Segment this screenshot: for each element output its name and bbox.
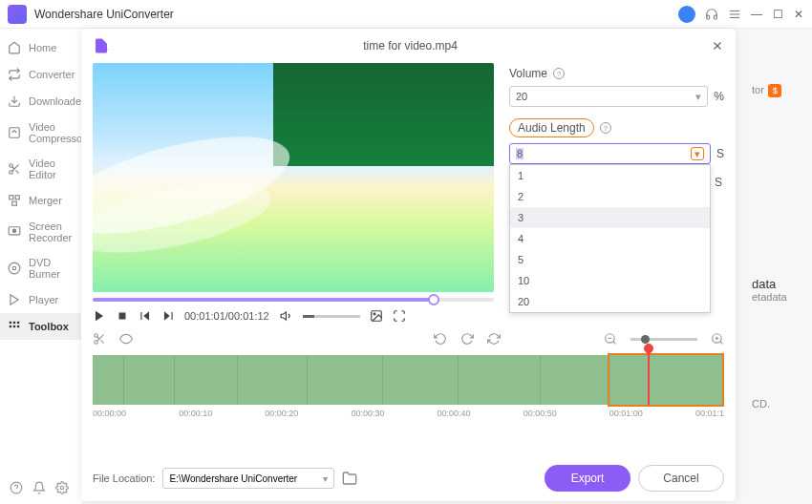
dropdown-option[interactable]: 10: [510, 270, 710, 291]
minimize-button[interactable]: —: [751, 9, 762, 20]
play-button[interactable]: [93, 309, 106, 323]
unit-s: S: [715, 176, 722, 189]
undo-icon[interactable]: [434, 332, 447, 346]
time-ruler: 00:00:0000:00:1000:00:2000:00:3000:00:40…: [93, 409, 724, 418]
sidebar-item-home[interactable]: Home: [0, 34, 81, 61]
svg-rect-19: [13, 322, 15, 324]
sidebar-item-merger[interactable]: Merger: [0, 187, 81, 214]
export-button[interactable]: Export: [545, 465, 630, 492]
audio-length-dropdown: 1 2 3 4 5 10 20: [509, 164, 711, 313]
svg-point-40: [95, 341, 98, 345]
visibility-icon[interactable]: [119, 332, 133, 346]
svg-point-14: [12, 229, 16, 233]
sidebar-label: Video Compressor: [29, 121, 86, 144]
menu-icon[interactable]: [728, 8, 741, 21]
sidebar-item-screenrecorder[interactable]: Screen Recorder: [0, 214, 81, 250]
sidebar-label: Merger: [29, 195, 62, 206]
play-icon: [8, 293, 21, 306]
sidebar-item-dvdburner[interactable]: DVD Burner: [0, 250, 81, 286]
redo-icon[interactable]: [460, 332, 474, 346]
sidebar-item-converter[interactable]: Converter: [0, 61, 81, 88]
svg-marker-32: [143, 311, 149, 320]
user-avatar[interactable]: [678, 6, 695, 23]
volume-select[interactable]: 20▾: [509, 86, 708, 107]
help-icon[interactable]: ?: [600, 122, 611, 134]
maximize-button[interactable]: ☐: [772, 9, 783, 20]
svg-point-15: [9, 262, 20, 274]
svg-rect-10: [10, 196, 13, 200]
sidebar-item-player[interactable]: Player: [0, 286, 81, 313]
sidebar-item-videoeditor[interactable]: Video Editor: [0, 151, 81, 187]
svg-rect-12: [12, 201, 17, 205]
sidebar-item-downloader[interactable]: Downloader: [0, 88, 81, 115]
svg-marker-17: [11, 295, 18, 305]
svg-point-16: [12, 266, 16, 270]
svg-rect-18: [10, 322, 11, 324]
zoom-out-icon[interactable]: [604, 332, 617, 346]
volume-slider[interactable]: [303, 315, 360, 318]
bell-icon[interactable]: [32, 481, 46, 494]
cut-icon[interactable]: [93, 332, 106, 346]
snapshot-icon[interactable]: [370, 309, 383, 323]
dropdown-option[interactable]: 20: [510, 291, 710, 312]
svg-rect-31: [119, 313, 126, 320]
ghost-text: data: [752, 277, 804, 291]
svg-rect-11: [15, 196, 19, 200]
next-button[interactable]: [161, 309, 175, 323]
audio-length-select[interactable]: 8 ▾: [509, 143, 711, 164]
svg-rect-23: [17, 326, 19, 327]
volume-unit: %: [714, 90, 724, 103]
svg-rect-20: [17, 322, 19, 324]
close-window-button[interactable]: ✕: [793, 9, 804, 20]
playhead[interactable]: [648, 347, 650, 405]
chevron-down-icon[interactable]: ▾: [691, 147, 704, 160]
stop-button[interactable]: [116, 309, 129, 323]
dropdown-option[interactable]: 1: [510, 165, 710, 186]
add-file-icon[interactable]: +: [93, 37, 110, 54]
seekbar[interactable]: [93, 298, 494, 302]
download-icon: [8, 94, 21, 108]
file-location-select[interactable]: E:\Wondershare UniConverter▾: [162, 468, 334, 489]
app-title: Wondershare UniConverter: [34, 8, 678, 21]
dropdown-option[interactable]: 4: [510, 228, 710, 249]
help-icon[interactable]: [10, 481, 23, 494]
zoom-in-icon[interactable]: [711, 332, 724, 346]
ghost-text: etadata: [752, 291, 804, 303]
disc-icon: [8, 262, 21, 275]
scissors-icon: [8, 162, 21, 176]
grid-icon: [8, 320, 21, 333]
compress-icon: [8, 126, 21, 139]
cancel-button[interactable]: Cancel: [638, 465, 724, 492]
sidebar-label: Player: [29, 294, 58, 305]
svg-text:+: +: [103, 46, 108, 55]
merge-icon: [8, 194, 21, 207]
zoom-slider[interactable]: [630, 338, 697, 341]
svg-point-39: [95, 334, 98, 338]
dropdown-option[interactable]: 5: [510, 249, 710, 270]
folder-icon[interactable]: [342, 471, 357, 486]
ghost-text: tor: [752, 84, 764, 95]
headphones-icon[interactable]: [705, 8, 718, 21]
dropdown-option[interactable]: 3: [510, 207, 710, 228]
timeline-selection[interactable]: [608, 353, 724, 407]
svg-marker-36: [281, 312, 286, 320]
timeline[interactable]: [93, 355, 724, 405]
settings-icon[interactable]: [55, 481, 69, 494]
close-icon[interactable]: [711, 39, 724, 52]
dropdown-option[interactable]: 2: [510, 186, 710, 207]
sidebar-item-videocompressor[interactable]: Video Compressor: [0, 115, 81, 151]
modal-title: time for video.mp4: [110, 39, 711, 52]
volume-icon[interactable]: [280, 309, 293, 323]
refresh-icon[interactable]: [487, 332, 501, 346]
help-icon[interactable]: ?: [553, 68, 565, 79]
fullscreen-icon[interactable]: [393, 309, 406, 323]
sidebar-item-toolbox[interactable]: Toolbox: [0, 313, 81, 340]
svg-point-6: [10, 171, 13, 175]
svg-line-42: [100, 340, 103, 343]
sidebar-label: Home: [29, 42, 56, 53]
playback-time: 00:01:01/00:01:12: [184, 310, 270, 322]
app-logo: [8, 5, 27, 24]
audio-length-unit: S: [716, 147, 724, 160]
svg-marker-34: [164, 311, 170, 320]
prev-button[interactable]: [139, 309, 152, 323]
